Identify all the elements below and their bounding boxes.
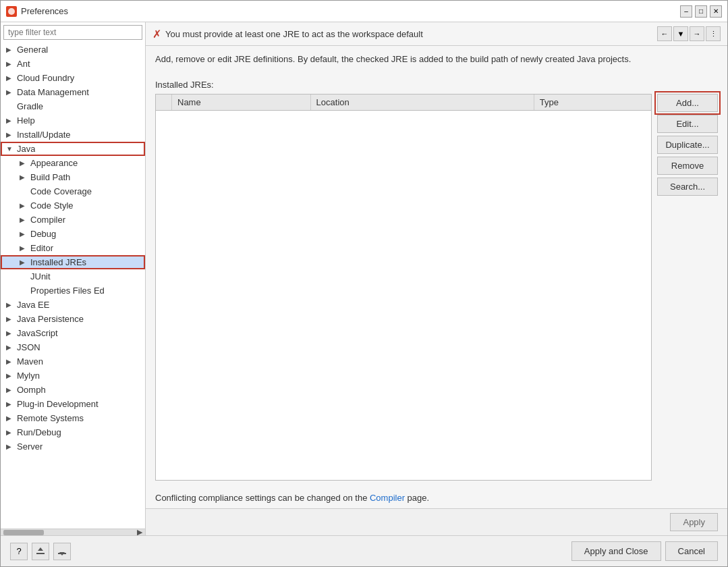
window-controls: – □ ✕ <box>680 5 722 18</box>
sidebar-item-remote-systems[interactable]: ▶ Remote Systems <box>1 411 145 425</box>
sidebar-item-label: Help <box>17 115 35 126</box>
jre-action-buttons: Add... Edit... Duplicate... Remove Searc… <box>657 94 718 481</box>
sidebar-item-plugin-development[interactable]: ▶ Plug-in Development <box>1 397 145 411</box>
sidebar-item-label: Editor <box>30 243 53 253</box>
bottom-bar: Apply <box>146 508 727 535</box>
expand-arrow: ▶ <box>6 443 14 450</box>
sidebar-item-appearance[interactable]: ▶ Appearance <box>1 156 145 170</box>
edit-button[interactable]: Edit... <box>657 115 718 133</box>
panel-header-left: ✗ You must provide at least one JRE to a… <box>152 28 423 40</box>
sidebar-item-label: Java <box>17 144 35 154</box>
duplicate-button[interactable]: Duplicate... <box>657 136 718 154</box>
sidebar-item-mylyn[interactable]: ▶ Mylyn <box>1 369 145 383</box>
sidebar-item-label: Plug-in Development <box>17 399 99 409</box>
expand-arrow: ▼ <box>6 145 14 153</box>
sidebar-item-install-update[interactable]: ▶ Install/Update <box>1 128 145 142</box>
sidebar-item-label: Oomph <box>17 385 46 395</box>
svg-point-0 <box>8 8 15 15</box>
sidebar-scrollbar[interactable]: ▶ <box>1 529 145 535</box>
sidebar: ▶ General ▶ Ant ▶ Cloud Foundry ▶ Data M… <box>1 22 146 535</box>
footer-left: ? <box>10 543 71 560</box>
sidebar-item-code-style[interactable]: ▶ Code Style <box>1 198 145 213</box>
cancel-button[interactable]: Cancel <box>665 541 718 561</box>
expand-arrow: ▶ <box>20 244 28 252</box>
sidebar-item-java-persistence[interactable]: ▶ Java Persistence <box>1 312 145 326</box>
expand-arrow: ▶ <box>6 414 14 422</box>
expand-arrow: ▶ <box>20 173 28 181</box>
remove-button[interactable]: Remove <box>657 157 718 175</box>
title-bar: Preferences – □ ✕ <box>1 1 727 22</box>
expand-arrow: ▶ <box>6 358 14 365</box>
add-button[interactable]: Add... <box>657 94 718 112</box>
apply-button[interactable]: Apply <box>670 513 718 531</box>
sidebar-item-debug[interactable]: ▶ Debug <box>1 227 145 241</box>
sidebar-item-junit[interactable]: ▶ JUnit <box>1 269 145 284</box>
sidebar-item-properties-files[interactable]: ▶ Properties Files Ed <box>1 284 145 298</box>
svg-rect-1 <box>36 553 45 554</box>
sidebar-item-oomph[interactable]: ▶ Oomph <box>1 383 145 397</box>
sidebar-item-label: Remote Systems <box>17 413 84 423</box>
jre-area: Name Location Type <box>155 94 718 481</box>
sidebar-item-label: Data Management <box>17 87 89 97</box>
sidebar-item-label: JavaScript <box>17 328 58 338</box>
sidebar-item-data-management[interactable]: ▶ Data Management <box>1 85 145 99</box>
conflict-text-before: Conflicting compliance settings can be c… <box>155 493 370 503</box>
expand-arrow: ▶ <box>20 230 28 238</box>
close-button[interactable]: ✕ <box>710 5 722 18</box>
sidebar-item-label: Ant <box>17 59 30 69</box>
installed-jres-label: Installed JREs: <box>155 80 718 90</box>
preferences-window: Preferences – □ ✕ ▶ General ▶ Ant <box>0 0 728 567</box>
sidebar-item-label: Install/Update <box>17 130 71 140</box>
back-dropdown-button[interactable]: ▼ <box>673 26 688 41</box>
sidebar-item-label: Maven <box>17 356 43 367</box>
sidebar-item-label: Gradle <box>17 101 43 111</box>
restore-button[interactable]: □ <box>695 5 707 18</box>
sidebar-item-general[interactable]: ▶ General <box>1 43 145 57</box>
sidebar-item-build-path[interactable]: ▶ Build Path <box>1 170 145 184</box>
sidebar-item-installed-jres[interactable]: ▶ Installed JREs <box>1 255 145 269</box>
expand-arrow: ▶ <box>6 315 14 323</box>
sidebar-item-java-ee[interactable]: ▶ Java EE <box>1 298 145 312</box>
sidebar-item-compiler[interactable]: ▶ Compiler <box>1 213 145 227</box>
expand-arrow: ▶ <box>6 329 14 337</box>
expand-arrow: ▶ <box>6 400 14 408</box>
filter-input[interactable] <box>3 25 142 40</box>
sidebar-item-run-debug[interactable]: ▶ Run/Debug <box>1 425 145 439</box>
sidebar-item-label: JSON <box>17 342 40 352</box>
sidebar-item-javascript[interactable]: ▶ JavaScript <box>1 326 145 340</box>
sidebar-item-server[interactable]: ▶ Server <box>1 439 145 454</box>
back-button[interactable]: ← <box>657 26 672 41</box>
sidebar-item-cloud-foundry[interactable]: ▶ Cloud Foundry <box>1 71 145 85</box>
col-name: Name <box>172 94 311 110</box>
sidebar-item-label: Appearance <box>30 158 78 168</box>
expand-arrow: ▶ <box>6 46 14 53</box>
more-options-button[interactable]: ⋮ <box>706 26 721 41</box>
sidebar-item-gradle[interactable]: ▶ Gradle <box>1 99 145 113</box>
expand-arrow: ▶ <box>6 131 14 138</box>
help-button[interactable]: ? <box>10 543 28 560</box>
panel-description: Add, remove or edit JRE definitions. By … <box>146 46 727 73</box>
scrollbar-thumb <box>3 530 44 535</box>
sidebar-item-help[interactable]: ▶ Help <box>1 113 145 128</box>
col-check <box>156 94 172 110</box>
export-button[interactable] <box>32 543 49 560</box>
sidebar-item-label: Properties Files Ed <box>30 286 105 296</box>
search-button[interactable]: Search... <box>657 178 718 196</box>
sidebar-item-label: Java Persistence <box>17 314 84 324</box>
apply-close-button[interactable]: Apply and Close <box>571 541 661 561</box>
minimize-button[interactable]: – <box>680 5 692 18</box>
right-panel: ✗ You must provide at least one JRE to a… <box>146 22 727 535</box>
sidebar-item-maven[interactable]: ▶ Maven <box>1 354 145 369</box>
import-button[interactable] <box>53 543 71 560</box>
sidebar-item-json[interactable]: ▶ JSON <box>1 340 145 354</box>
sidebar-item-label: Java EE <box>17 300 49 310</box>
sidebar-item-code-coverage[interactable]: ▶ Code Coverage <box>1 184 145 198</box>
error-icon: ✗ <box>152 28 161 40</box>
sidebar-item-java[interactable]: ▼ Java <box>1 142 145 156</box>
panel-header: ✗ You must provide at least one JRE to a… <box>146 22 727 46</box>
sidebar-item-editor[interactable]: ▶ Editor <box>1 241 145 255</box>
forward-button[interactable]: → <box>690 26 704 41</box>
compiler-link[interactable]: Compiler <box>370 493 405 503</box>
sidebar-item-ant[interactable]: ▶ Ant <box>1 57 145 71</box>
expand-arrow: ▶ <box>6 301 14 308</box>
